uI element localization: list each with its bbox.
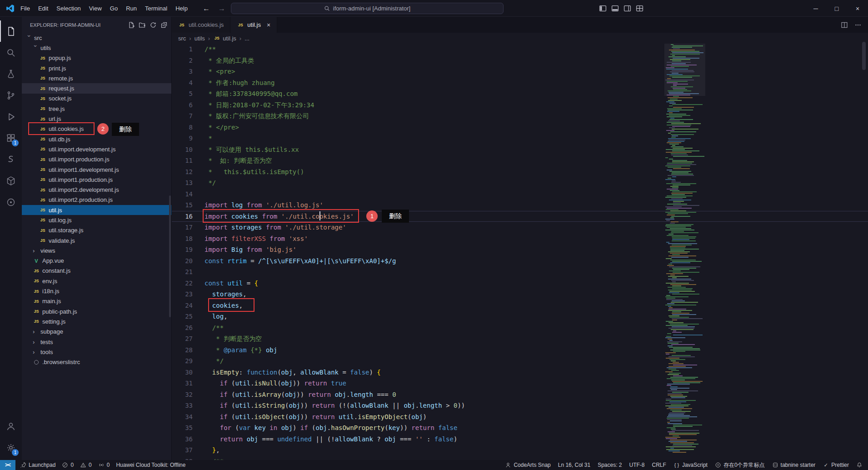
code-line-2[interactable]: 2 * 全局的工具类 [172, 55, 868, 66]
status-ports[interactable]: 0 [98, 462, 110, 468]
code-line-25[interactable]: 25 log, [172, 311, 868, 322]
activity-settings[interactable]: 1 [0, 437, 22, 458]
tree-item-App.vue[interactable]: VApp.vue [22, 256, 171, 266]
tree-item-constant.js[interactable]: JSconstant.js [22, 266, 171, 276]
activity-codearts-snap[interactable] [0, 149, 22, 170]
code-line-21[interactable]: 21 [172, 266, 868, 278]
code-line-1[interactable]: 1/** [172, 44, 868, 55]
code-line-3[interactable]: 3 * <pre> [172, 66, 868, 77]
status-launchpad[interactable]: Launchpad [20, 462, 55, 468]
status-prettier[interactable]: ✓Prettier [823, 462, 849, 468]
tree-item-tools[interactable]: ›tools [22, 347, 171, 357]
code-line-16[interactable]: 16import cookies from './util.cookies.js… [172, 211, 868, 222]
status-problems-warnings[interactable]: 0 [80, 462, 92, 468]
tree-item-util.import1.development.js[interactable]: JSutil.import1.development.js [22, 165, 171, 175]
tree-item-public-path.js[interactable]: JSpublic-path.js [22, 306, 171, 316]
menu-view[interactable]: View [85, 3, 106, 14]
new-folder-icon[interactable] [139, 21, 146, 29]
code-line-35[interactable]: 35 for (var key in obj) if (obj.hasOwnPr… [172, 422, 868, 434]
code-line-20[interactable]: 20const rtrim = /^[\s\uFEFF\xA0]+|[\s\uF… [172, 255, 868, 267]
status-tabnine[interactable]: tabnine starter [772, 462, 816, 468]
tree-item-util.import2.production.js[interactable]: JSutil.import2.production.js [22, 195, 171, 205]
remote-indicator[interactable]: >< [0, 460, 15, 470]
breadcrumb-item-util.js[interactable]: JSutil.js [213, 35, 236, 42]
code-line-19[interactable]: 19import Big from 'big.js' [172, 244, 868, 255]
tree-item-tests[interactable]: ›tests [22, 337, 171, 347]
status-problems-errors[interactable]: 0 [62, 462, 74, 468]
tree-item-request.js[interactable]: JSrequest.js [22, 83, 171, 93]
status-abnormal-marks[interactable]: 存在0个异常标点 [715, 461, 765, 469]
tree-item-util.js[interactable]: JSutil.js [22, 205, 171, 215]
status-huawei-toolkit[interactable]: Huawei Cloud Toolkit: Offline [116, 462, 185, 468]
split-editor-icon[interactable] [841, 21, 848, 29]
tree-item-util.import2.development.js[interactable]: JSutil.import2.development.js [22, 185, 171, 195]
tree-item-.browserslistrc[interactable]: .browserslistrc [22, 357, 171, 367]
editor-scrollbar[interactable] [862, 42, 866, 70]
code-line-11[interactable]: 11 * 如: 判断是否为空 [172, 155, 868, 166]
code-line-5[interactable]: 5 * 邮箱:3378340995@qq.com [172, 88, 868, 100]
tree-item-util.import1.production.js[interactable]: JSutil.import1.production.js [22, 175, 171, 185]
code-line-38[interactable]: 38 /** [172, 456, 868, 460]
menu-run[interactable]: Run [122, 3, 141, 14]
tree-item-tree.js[interactable]: JStree.js [22, 104, 171, 114]
activity-source-control[interactable] [0, 85, 22, 106]
breadcrumb-item-src[interactable]: src [178, 35, 186, 42]
tree-item-setting.js[interactable]: JSsetting.js [22, 316, 171, 326]
breadcrumb-item-utils[interactable]: utils [195, 35, 205, 42]
tree-item-util.db.js[interactable]: JSutil.db.js [22, 134, 171, 144]
tab-util.js[interactable]: JSutil.js× [230, 17, 277, 33]
activity-extensions[interactable]: 1 [0, 127, 22, 149]
tree-item-popup.js[interactable]: JSpopup.js [22, 53, 171, 63]
code-line-15[interactable]: 15import log from './util.log.js' [172, 200, 868, 211]
customize-layout-icon[interactable] [636, 5, 644, 12]
tree-item-util.log.js[interactable]: JSutil.log.js [22, 215, 171, 225]
status-codearts-snap[interactable]: CodeArts Snap [505, 462, 550, 468]
more-actions-icon[interactable] [854, 21, 862, 29]
code-line-17[interactable]: 17import storages from './util.storage' [172, 222, 868, 233]
activity-package[interactable] [0, 170, 22, 191]
tree-item-util.import.production.js[interactable]: JSutil.import.production.js [22, 155, 171, 165]
activity-explorer[interactable] [0, 20, 22, 42]
tree-item-socket.js[interactable]: JSsocket.js [22, 94, 171, 104]
refresh-icon[interactable] [150, 21, 157, 29]
code-line-34[interactable]: 34 if (util.isObject(obj)) return util.i… [172, 411, 868, 423]
forward-arrow-icon[interactable]: → [218, 5, 225, 13]
code-line-26[interactable]: 26 /** [172, 322, 868, 334]
tree-item-util.cookies.js[interactable]: JSutil.cookies.js [22, 124, 171, 134]
minimize-button[interactable]: ─ [805, 0, 826, 17]
menu-help[interactable]: Help [171, 3, 192, 14]
toggle-secondary-sidebar-icon[interactable] [624, 5, 631, 12]
tree-item-src[interactable]: ›src [22, 33, 171, 43]
code-line-31[interactable]: 31 if (util.isNull(obj)) return true [172, 378, 868, 389]
code-line-27[interactable]: 27 * 判断是否为空 [172, 333, 868, 345]
tree-item-utils[interactable]: ›utils [22, 43, 171, 53]
code-line-30[interactable]: 30 isEmpty: function(obj, allowBlank = f… [172, 367, 868, 378]
minimap[interactable] [664, 44, 705, 460]
activity-search[interactable] [0, 42, 22, 63]
tree-item-env.js[interactable]: JSenv.js [22, 276, 171, 286]
code-line-29[interactable]: 29 */ [172, 355, 868, 367]
tab-util.cookies.js[interactable]: JSutil.cookies.js [172, 17, 230, 33]
tree-item-remote.js[interactable]: JSremote.js [22, 73, 171, 83]
menu-go[interactable]: Go [106, 3, 122, 14]
new-file-icon[interactable] [128, 21, 135, 29]
code-line-37[interactable]: 37 }, [172, 445, 868, 456]
activity-toolkit[interactable] [0, 63, 22, 85]
tree-item-main.js[interactable]: JSmain.js [22, 296, 171, 306]
status-eol[interactable]: CRLF [652, 462, 666, 468]
breadcrumb-item-...[interactable]: ... [244, 35, 249, 42]
activity-run-debug[interactable] [0, 106, 22, 127]
menu-terminal[interactable]: Terminal [141, 3, 171, 14]
code-line-28[interactable]: 28 * @param {*} obj [172, 345, 868, 356]
collapse-all-icon[interactable] [160, 21, 168, 29]
tree-item-i18n.js[interactable]: JSi18n.js [22, 286, 171, 296]
sidebar-scrollbar[interactable] [169, 195, 171, 317]
menu-selection[interactable]: Selection [52, 3, 85, 14]
back-arrow-icon[interactable]: ← [203, 5, 210, 13]
menu-file[interactable]: File [16, 3, 34, 14]
code-line-22[interactable]: 22const util = { [172, 278, 868, 289]
code-line-13[interactable]: 13 */ [172, 177, 868, 189]
status-notifications[interactable] [856, 462, 863, 468]
status-indentation[interactable]: Spaces: 2 [598, 462, 622, 468]
code-line-23[interactable]: 23 storages, [172, 289, 868, 300]
